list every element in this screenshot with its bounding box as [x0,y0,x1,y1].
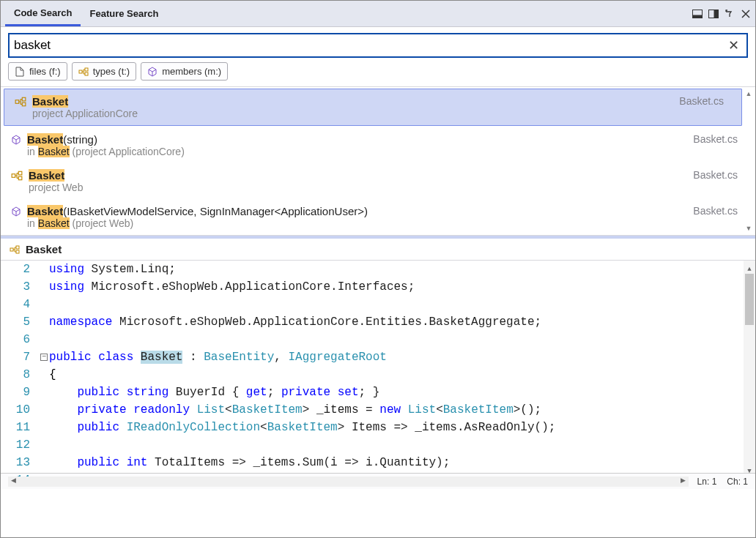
svg-rect-15 [16,250,19,253]
result-title: Basket(string) [27,133,687,146]
search-box: ✕ [8,33,748,58]
svg-rect-7 [15,100,19,104]
scroll-right-icon[interactable]: ▶ [678,477,689,487]
svg-rect-14 [16,246,19,249]
result-title: Basket [32,95,673,108]
fold-column[interactable]: − [39,261,49,473]
svg-rect-8 [22,97,26,101]
window-split-icon[interactable] [708,9,719,19]
class-icon [11,171,23,181]
scroll-up-icon[interactable]: ▲ [746,90,752,97]
pin-icon[interactable] [724,9,735,19]
filter-types-label: types (t:) [93,66,130,77]
code-preview[interactable]: 234567891011121314 − using System.Linq;u… [1,261,755,473]
result-filename: Basket.cs [679,95,724,107]
result-title: Basket(IBasketViewModelService, SignInMa… [27,205,687,217]
class-icon [10,244,20,255]
result-subtitle: in Basket (project ApplicationCore) [27,146,687,157]
svg-rect-11 [18,171,22,175]
search-result-item[interactable]: Basketproject ApplicationCoreBasket.cs [4,89,742,126]
scroll-down-icon[interactable]: ▼ [744,463,755,473]
preview-header: Basket [1,239,755,261]
results-scrollbar[interactable]: ▲▼ [744,90,754,232]
result-subtitle: in Basket (project Web) [27,217,687,229]
file-icon [15,67,25,77]
class-icon [15,97,26,107]
close-icon[interactable] [741,9,751,19]
filter-members-button[interactable]: members (m:) [141,62,228,81]
svg-rect-4 [79,70,82,73]
type-icon [78,67,89,77]
titlebar: Code Search Feature Search [1,1,755,27]
search-input[interactable] [14,38,725,53]
filter-files-button[interactable]: files (f:) [8,62,67,81]
result-filename: Basket.cs [693,205,738,217]
status-line: Ln: 1 [697,477,717,487]
preview-title: Basket [26,243,62,255]
search-results: Basketproject ApplicationCoreBasket.csBa… [1,86,755,236]
tab-code-search[interactable]: Code Search [5,1,81,26]
code-area[interactable]: using System.Linq;using Microsoft.eShopW… [49,261,755,473]
filter-types-button[interactable]: types (t:) [72,62,137,81]
result-subtitle: project Web [29,182,687,193]
result-title: Basket [29,169,687,182]
statusbar: ◀ ▶ Ln: 1 Ch: 1 [1,473,755,489]
svg-rect-12 [18,176,22,180]
result-subtitle: project ApplicationCore [32,108,673,119]
svg-rect-9 [22,102,26,106]
filter-bar: files (f:) types (t:) members (m:) [1,62,755,86]
vertical-scrollbar[interactable]: ▲ ▼ [744,261,755,473]
horizontal-scrollbar[interactable]: ◀ ▶ [8,477,689,487]
result-filename: Basket.cs [693,169,738,181]
svg-rect-10 [12,174,15,178]
window-position-icon[interactable] [692,9,703,19]
search-result-item[interactable]: Basket(IBasketViewModelService, SignInMa… [1,199,755,235]
member-icon [11,206,21,217]
svg-rect-6 [85,72,88,75]
filter-members-label: members (m:) [162,66,221,77]
clear-search-icon[interactable]: ✕ [725,37,742,53]
filter-files-label: files (f:) [29,66,61,77]
member-icon [11,135,21,145]
svg-rect-13 [10,248,13,251]
svg-rect-3 [714,10,719,18]
tab-feature-search[interactable]: Feature Search [81,2,167,25]
scroll-thumb[interactable] [745,274,754,325]
line-number-gutter: 234567891011121314 [1,261,39,473]
result-filename: Basket.cs [693,133,738,145]
search-result-item[interactable]: Basketproject WebBasket.cs [1,163,755,199]
scroll-down-icon[interactable]: ▼ [746,225,752,232]
svg-rect-1 [693,15,703,18]
svg-rect-5 [85,68,88,71]
member-icon [147,67,158,77]
status-col: Ch: 1 [727,477,748,487]
scroll-up-icon[interactable]: ▲ [744,261,755,271]
search-result-item[interactable]: Basket(string)in Basket (project Applica… [1,127,755,163]
window-controls [692,9,751,19]
scroll-left-icon[interactable]: ◀ [8,477,18,487]
